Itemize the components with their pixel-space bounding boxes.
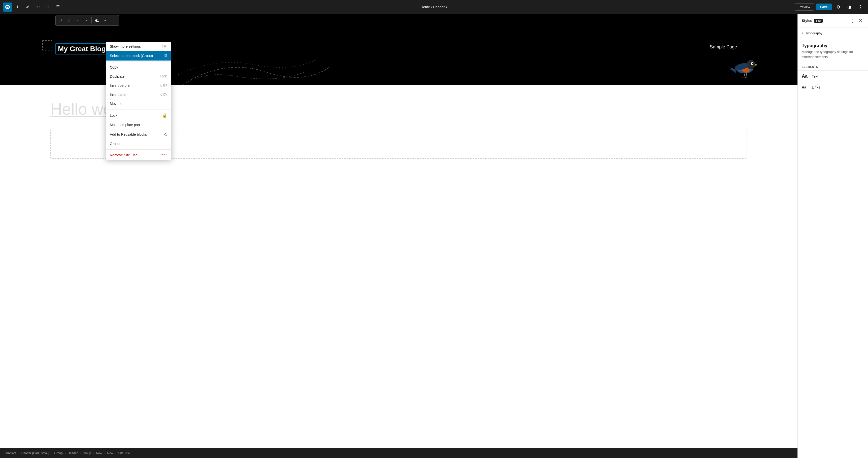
ctx-select-parent[interactable]: Select parent block (Group) ⧉ — [106, 51, 171, 60]
site-header-section: My Great Blog Sample Page — [0, 14, 798, 85]
svg-point-7 — [752, 63, 753, 64]
panel-back-button[interactable]: ‹ Typography — [798, 28, 868, 39]
bc-header[interactable]: Header — [68, 452, 78, 455]
bc-group-1[interactable]: Group — [54, 452, 62, 455]
ctx-move-to[interactable]: Move to — [106, 99, 171, 108]
ctx-insert-before-shortcut: ⌥⌘T — [159, 84, 167, 87]
top-toolbar: W + ↩ ↪ ☰ Home › Header ▾ Preview Save ⚙… — [0, 0, 868, 14]
tools-button[interactable] — [23, 2, 32, 11]
bird-illustration — [722, 50, 772, 90]
nav-separator: › — [431, 5, 432, 9]
svg-line-19 — [746, 77, 748, 78]
main-area: ⇄ ⠿ ‹ › H1 ≡ ⋮ My Great Blog Sample Page — [0, 14, 868, 458]
undo-button[interactable]: ↩ — [33, 2, 42, 11]
svg-line-13 — [746, 73, 747, 77]
ctx-add-reusable[interactable]: Add to Reusable blocks ◇ — [106, 130, 171, 139]
theme-toggle-button[interactable]: ◑ — [845, 2, 854, 11]
toolbar-divider — [91, 18, 92, 24]
text-label: Text — [812, 75, 818, 79]
site-nav[interactable]: Sample Page — [710, 45, 737, 50]
bc-row-2[interactable]: Row — [107, 452, 113, 455]
transform-block-button[interactable]: ⇄ — [57, 17, 65, 25]
ctx-remove-shortcut: ^⌥Z — [160, 153, 167, 157]
panel-actions: ⋮ ✕ — [849, 17, 864, 24]
ctx-select-parent-icon: ⧉ — [164, 54, 167, 58]
panel-more-button[interactable]: ⋮ — [849, 17, 856, 24]
ctx-show-more-settings[interactable]: Show more settings ⇧⌘, — [106, 42, 171, 51]
ctx-reusable-icon: ◇ — [164, 132, 167, 137]
redo-button[interactable]: ↪ — [43, 2, 52, 11]
nav-chevron[interactable]: ▾ — [445, 5, 447, 9]
typography-description: Manage the typography settings for diffe… — [798, 50, 868, 63]
links-label: Links — [812, 85, 820, 89]
block-more-options[interactable]: ⋮ — [110, 17, 118, 25]
svg-text:W: W — [6, 5, 9, 9]
links-aa-icon: Aa — [802, 85, 809, 89]
element-text-row[interactable]: Aa Text — [798, 70, 868, 82]
bc-group-2[interactable]: Group — [83, 452, 91, 455]
ctx-show-more-shortcut: ⇧⌘, — [161, 45, 167, 48]
toolbar-right-actions: Preview Save ⚙ ◑ ⋮ — [795, 2, 865, 11]
svg-marker-8 — [755, 64, 758, 65]
element-links-row[interactable]: Aa Links — [798, 82, 868, 92]
panel-close-button[interactable]: ✕ — [857, 17, 864, 24]
panel-header: Styles Beta ⋮ ✕ — [798, 14, 868, 28]
move-block-right[interactable]: › — [82, 17, 90, 25]
styles-tab[interactable]: Styles — [802, 18, 812, 24]
add-block-button[interactable]: + — [13, 2, 22, 11]
ctx-copy[interactable]: Copy — [106, 63, 171, 72]
typography-back-label: Typography — [805, 31, 823, 35]
more-menu-button[interactable]: ⋮ — [856, 2, 865, 11]
preview-button[interactable]: Preview — [795, 3, 814, 10]
back-icon: ‹ — [802, 30, 803, 36]
move-block-left[interactable]: ‹ — [74, 17, 82, 25]
ctx-remove-site-title[interactable]: Remove Site Title ^⌥Z — [106, 150, 171, 160]
decorative-curves — [0, 34, 558, 85]
heading-type-button[interactable]: H1 — [93, 17, 101, 25]
typography-heading: Typography — [798, 39, 868, 50]
text-aa-icon: Aa — [802, 74, 809, 79]
bc-site-title[interactable]: Site Title — [118, 452, 130, 455]
nav-current[interactable]: Header — [433, 5, 444, 9]
block-toolbar: ⇄ ⠿ ‹ › H1 ≡ ⋮ — [55, 15, 119, 26]
bc-row-1[interactable]: Row — [96, 452, 102, 455]
ctx-lock-icon: 🔒 — [162, 113, 167, 118]
list-view-button[interactable]: ☰ — [53, 2, 62, 11]
nav-home[interactable]: Home — [421, 5, 430, 9]
ctx-insert-after-shortcut: ⌥⌘Y — [159, 93, 167, 96]
ctx-group[interactable]: Group — [106, 139, 171, 148]
drag-handle[interactable]: ⠿ — [65, 17, 73, 25]
ctx-divider-2 — [106, 109, 171, 110]
right-panel: Styles Beta ⋮ ✕ ‹ Typography Typography … — [798, 14, 868, 458]
ctx-insert-before[interactable]: Insert before ⌥⌘T — [106, 81, 171, 90]
elements-section-label: ELEMENTS — [798, 63, 868, 70]
bc-template[interactable]: Template — [4, 452, 17, 455]
ctx-duplicate[interactable]: Duplicate ⇧⌘D — [106, 72, 171, 81]
editor-canvas: ⇄ ⠿ ‹ › H1 ≡ ⋮ My Great Blog Sample Page — [0, 14, 798, 458]
ctx-duplicate-shortcut: ⇧⌘D — [159, 75, 167, 78]
align-button[interactable]: ≡ — [101, 17, 109, 25]
panel-tabs: Styles Beta — [802, 18, 823, 24]
svg-line-14 — [743, 77, 744, 78]
context-menu: Show more settings ⇧⌘, Select parent blo… — [106, 42, 171, 160]
save-button[interactable]: Save — [816, 3, 832, 10]
beta-badge: Beta — [814, 19, 823, 23]
wp-logo-button[interactable]: W — [3, 2, 12, 11]
ctx-insert-after[interactable]: Insert after ⌥⌘Y — [106, 90, 171, 99]
breadcrumb-bar: Template › Header (Dark, small) › Group … — [0, 448, 798, 458]
bc-header-dark[interactable]: Header (Dark, small) — [22, 452, 50, 455]
ctx-lock[interactable]: Lock 🔒 — [106, 111, 171, 120]
nav-breadcrumb: Home › Header ▾ — [421, 5, 447, 9]
ctx-divider-1 — [106, 61, 171, 62]
ctx-make-template-part[interactable]: Make template part — [106, 120, 171, 130]
settings-button[interactable]: ⚙ — [834, 2, 843, 11]
